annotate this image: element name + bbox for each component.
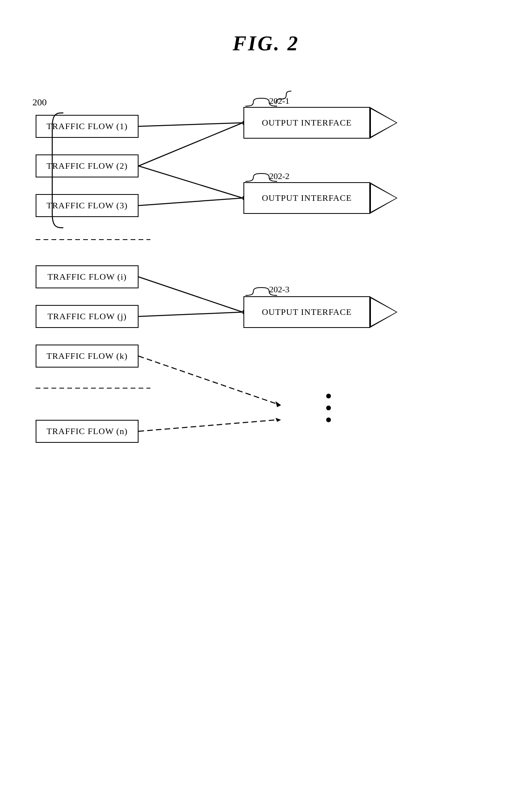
svg-marker-13 (276, 401, 281, 407)
traffic-flow-i: TRAFFIC FLOW (i) (36, 265, 139, 288)
output-interface-1: OUTPUT INTERFACE (243, 107, 397, 139)
traffic-flow-3: TRAFFIC FLOW (3) (36, 194, 139, 217)
traffic-flow-k: TRAFFIC FLOW (k) (36, 345, 139, 368)
svg-point-18 (326, 417, 331, 422)
svg-line-6 (139, 198, 243, 206)
output-interface-3: OUTPUT INTERFACE (243, 296, 397, 328)
traffic-flow-j: TRAFFIC FLOW (j) (36, 305, 139, 328)
svg-line-4 (139, 123, 243, 166)
page-title: FIG. 2 (233, 32, 299, 55)
output-interface-2-head (370, 182, 397, 214)
output-interface-3-body: OUTPUT INTERFACE (243, 296, 370, 328)
svg-marker-15 (276, 418, 281, 422)
svg-line-11 (139, 312, 243, 316)
svg-line-8 (139, 166, 243, 198)
output-interface-2-body: OUTPUT INTERFACE (243, 182, 370, 214)
output-interface-3-head (370, 296, 397, 328)
traffic-flow-1: TRAFFIC FLOW (1) (36, 115, 139, 138)
group-label-200: 200 (32, 97, 47, 108)
label-202-3: 202-3 (269, 284, 289, 295)
svg-line-12 (139, 356, 277, 404)
svg-line-14 (139, 420, 277, 431)
traffic-flow-2: TRAFFIC FLOW (2) (36, 154, 139, 177)
svg-line-9 (139, 277, 243, 312)
svg-point-16 (326, 394, 331, 398)
svg-line-2 (139, 123, 243, 126)
label-202-2: 202-2 (269, 171, 289, 181)
label-202-1: 202-1 (269, 96, 289, 106)
traffic-flow-n: TRAFFIC FLOW (n) (36, 420, 139, 443)
svg-point-17 (326, 406, 331, 410)
output-interface-1-head (370, 107, 397, 139)
output-interface-2: OUTPUT INTERFACE (243, 182, 397, 214)
output-interface-1-body: OUTPUT INTERFACE (243, 107, 370, 139)
